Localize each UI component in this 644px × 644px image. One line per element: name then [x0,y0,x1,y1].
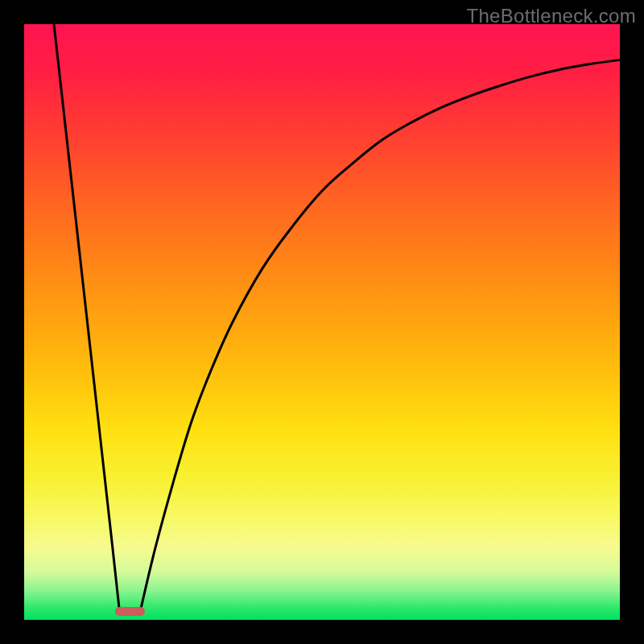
bottleneck-plateau-marker [115,607,145,616]
left-line-path [54,24,119,611]
chart-frame: TheBottleneck.com [0,0,644,644]
watermark-text: TheBottleneck.com [466,5,636,27]
right-curve-path [140,60,620,611]
plot-area [24,24,620,620]
chart-curves [24,24,620,620]
